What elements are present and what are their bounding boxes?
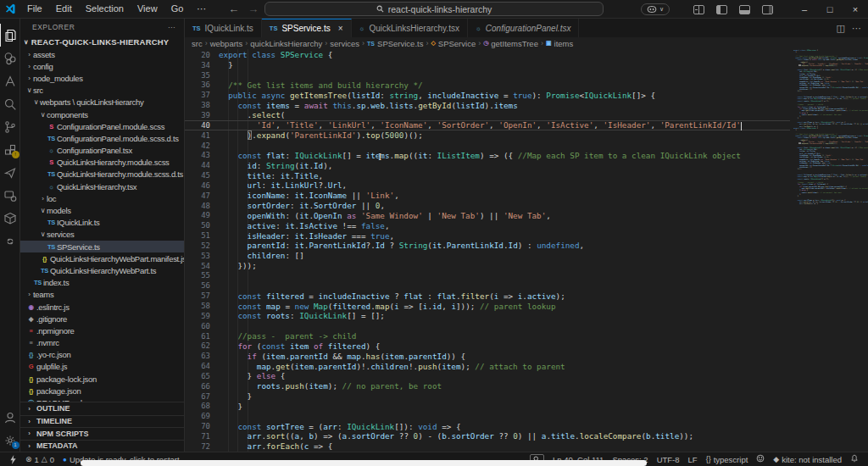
tree-item-index-ts[interactable]: TSindex.ts [20, 277, 184, 289]
tree-item-webparts-quicklinkshierarchy[interactable]: ∨webparts \ quickLinksHierarchy [20, 97, 184, 108]
python-icon[interactable] [0, 230, 20, 252]
code-line-60[interactable]: 60 [185, 321, 790, 331]
code-line-36[interactable]: 36 /** Get list items and build hierarch… [185, 80, 790, 91]
source-control-icon[interactable] [0, 115, 20, 138]
code-line-42[interactable]: 42 [185, 141, 790, 151]
nav-back-icon[interactable]: ← [228, 3, 239, 15]
tree-item-gulpfile-js[interactable]: Ggulpfile.js [20, 361, 184, 373]
command-center-search[interactable]: react-quick-links-hierarchy [264, 2, 604, 16]
tree-item-configurationpanel-module-scss[interactable]: SConfigurationPanel.module.scss [20, 120, 184, 132]
menu-go[interactable]: Go [164, 3, 191, 14]
code-line-53[interactable]: 53 children: [] [185, 251, 790, 261]
tab-quicklinkshierarchy-tsx[interactable]: ☼QuickLinksHierarchy.tsx [352, 19, 468, 37]
tree-item-quicklinkshierarchy-tsx[interactable]: ☼QuickLinksHierarchy.tsx [20, 180, 184, 192]
breadcrumb-item-items[interactable]: ▣items [546, 39, 573, 48]
tree-item--npmignore[interactable]: ≡.npmignore [20, 325, 184, 336]
close-button[interactable]: × [843, 0, 868, 19]
code-line-50[interactable]: 50 active: it.IsActive !== false, [185, 220, 790, 230]
code-line-20[interactable]: 20export class SPService { [185, 50, 790, 60]
code-line-72[interactable]: 72 arr.forEach(c => { [185, 441, 790, 452]
code-line-37[interactable]: 37 public async getItemsTree(listId: str… [185, 90, 790, 100]
code-line-68[interactable]: 68 } [185, 402, 790, 412]
breadcrumb-item-quicklinkshierarchy[interactable]: quickLinksHierarchy [250, 39, 322, 48]
code-line-49[interactable]: 49 openWith: (it.OpenIn as 'Same Window'… [185, 211, 790, 221]
tree-item-package-lock-json[interactable]: {}package-lock.json [20, 373, 184, 385]
breadcrumb-item-src[interactable]: src [192, 39, 203, 48]
status-utf-8[interactable]: UTF-8 [653, 455, 684, 464]
code-line-61[interactable]: 61 //pass - parent -> child [185, 331, 790, 341]
code-line-55[interactable]: 55 [185, 271, 790, 281]
maximize-button[interactable]: □ [817, 0, 843, 19]
code-line-46[interactable]: 46 url: it.LinkUrl?.Url, [185, 180, 790, 191]
settings-icon[interactable]: 1 [0, 429, 20, 452]
tree-item-node-modules[interactable]: ›node_modules [20, 72, 184, 84]
code-line-56[interactable]: 56 [185, 280, 790, 291]
extensions-icon[interactable]: ! [0, 138, 20, 161]
remote-explorer-icon[interactable] [0, 184, 20, 207]
code-line-39[interactable]: 39 .select( [185, 110, 790, 120]
status-lf[interactable]: LF [684, 455, 702, 464]
nav-forward-icon[interactable]: → [248, 3, 259, 15]
code-line-44[interactable]: 44 id: String(it.Id), [185, 160, 790, 170]
tree-item-teams[interactable]: ›teams [20, 289, 184, 301]
code-line-69[interactable]: 69 [185, 411, 790, 421]
tree-item-services[interactable]: ∨services [20, 229, 184, 241]
code-line-70[interactable]: 70 const sortTree = (arr: IQuickLink[]):… [185, 421, 790, 431]
code-line-35[interactable]: 35 [185, 70, 790, 80]
tree-item-loc[interactable]: ›loc [20, 192, 184, 204]
status-smiley[interactable] [752, 454, 769, 464]
code-line-41[interactable]: 41 ).expand('ParentLinkId').top(5000)(); [185, 130, 790, 141]
code-line-64[interactable]: 64 map.get(item.parentId)!.children!.pus… [185, 361, 790, 371]
code-line-40[interactable]: 40 'Id', 'Title', 'LinkUrl', 'IconName',… [185, 120, 790, 130]
copilot-button[interactable]: ∨ [641, 3, 670, 15]
docker-icon[interactable] [0, 207, 20, 230]
tab-configurationpanel-tsx[interactable]: ☼ConfigurationPanel.tsx [468, 19, 580, 37]
tree-item-quicklinkshierarchy-module-scss[interactable]: SQuickLinksHierarchy.module.scss [20, 157, 184, 169]
tree-item-components[interactable]: ∨components [20, 108, 184, 120]
remote-indicator[interactable] [5, 455, 21, 464]
tab-iquicklink-ts[interactable]: TSIQuickLink.ts [185, 19, 262, 37]
tree-item-assets[interactable]: ›assets [20, 48, 184, 60]
code-line-47[interactable]: 47 iconName: it.IconName || 'Link', [185, 191, 790, 201]
status-kite-not-installed[interactable]: ◆kite: not installed [769, 455, 846, 464]
code-line-58[interactable]: 58 const map = new Map(filtered.map(i =>… [185, 301, 790, 311]
code-line-54[interactable]: 54 })); [185, 261, 790, 271]
status-typescript[interactable]: {}typescript [702, 455, 753, 464]
breadcrumb-item-spservice.ts[interactable]: TSSPService.ts [367, 39, 423, 48]
code-line-52[interactable]: 52 parentId: it.ParentLinkId?.Id ? Strin… [185, 241, 790, 251]
code-line-57[interactable]: 57 const filtered = includeInactive ? fl… [185, 291, 790, 301]
azure-icon[interactable] [0, 69, 20, 92]
code-line-48[interactable]: 48 sortOrder: it.SortOrder || 0, [185, 201, 790, 211]
customize-layout-icon[interactable] [693, 5, 704, 14]
breadcrumb-item-webparts[interactable]: webparts [210, 39, 243, 48]
explorer-icon[interactable] [0, 24, 20, 47]
tree-item-configurationpanel-tsx[interactable]: ☼ConfigurationPanel.tsx [20, 145, 184, 157]
problems-indicator[interactable]: ⊗ 1 △ 0 [21, 455, 58, 464]
code-line-62[interactable]: 62 for (const item of filtered) { [185, 341, 790, 351]
code-line-67[interactable]: 67 } [185, 391, 790, 402]
menu-edit[interactable]: Edit [49, 3, 79, 14]
tree-item-spservice-ts[interactable]: TSSPService.ts [20, 241, 184, 252]
toggle-secondary-sidebar-icon[interactable] [762, 5, 773, 14]
split-editor-icon[interactable]: ◫ [837, 23, 845, 34]
tree-item-quicklinkshierarchywebpart-manifest-json[interactable]: {}QuickLinksHierarchyWebPart.manifest.js… [20, 252, 184, 264]
section-npm-scripts[interactable]: ›NPM SCRIPTS [20, 427, 184, 440]
menu-file[interactable]: File [20, 3, 49, 14]
search-icon[interactable] [0, 92, 20, 115]
section-outline[interactable]: ›OUTLINE [20, 402, 184, 415]
tree-item-models[interactable]: ∨models [20, 204, 184, 216]
minimap[interactable]: export class SPService { } /** Get list … [790, 49, 868, 452]
breadcrumb-item-spservice[interactable]: ◇SPService [431, 39, 476, 48]
menu-view[interactable]: View [131, 3, 164, 14]
code-line-66[interactable]: 66 roots.push(item); // no parent, be ro… [185, 381, 790, 391]
test-explorer-icon[interactable] [0, 161, 20, 184]
code-line-71[interactable]: 71 arr.sort((a, b) => (a.sortOrder ?? 0)… [185, 431, 790, 441]
menu-overflow-icon[interactable]: ⋯ [190, 3, 213, 14]
menu-selection[interactable]: Selection [79, 3, 131, 14]
accounts-icon[interactable] [0, 406, 20, 429]
code-line-59[interactable]: 59 const roots: IQuickLink[] = []; [185, 311, 790, 321]
breadcrumb-item-getitemstree[interactable]: ◷getItemsTree [483, 39, 538, 48]
tree-item-iquicklink-ts[interactable]: TSIQuickLink.ts [20, 217, 184, 229]
more-actions-icon[interactable]: ⋯ [852, 23, 861, 34]
tree-item--yo-rc-json[interactable]: {}.yo-rc.json [20, 349, 184, 361]
